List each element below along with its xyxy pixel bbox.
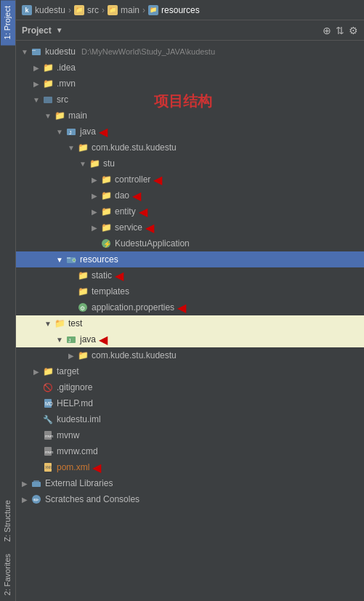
arrow-dao[interactable] [89, 192, 100, 200]
icon-entity: 📁 [100, 206, 112, 217]
tree-item-resources[interactable]: resources [16, 251, 364, 267]
label-dao: dao [115, 190, 129, 201]
breadcrumb-app[interactable]: kudestu [35, 5, 65, 15]
red-arrow-static: ◀ [115, 269, 124, 283]
arrow-src[interactable] [31, 96, 42, 104]
tree-item-kudestu-app[interactable]: ▶ ⚡ KudestuApplication [16, 235, 364, 251]
arrow-test[interactable] [42, 320, 54, 328]
breadcrumb-resources[interactable]: resources [161, 5, 200, 15]
app-icon: k [22, 5, 32, 15]
red-arrow-java-main: ◀ [99, 125, 108, 139]
label-help-md: HELP.md [57, 398, 93, 408]
svg-rect-23 [33, 480, 39, 483]
arrow-idea[interactable] [31, 64, 42, 72]
arrow-java-main[interactable] [54, 128, 65, 136]
arrow-java-test[interactable] [54, 336, 65, 344]
tree-item-com-pkg[interactable]: 📁 com.kude.stu.kudestu [16, 140, 364, 156]
label-kudestu-app: KudestuApplication [115, 238, 190, 249]
tree-item-ext-libs[interactable]: External Libraries [16, 475, 364, 491]
tree-item-target[interactable]: 📁 target [16, 363, 364, 379]
tree-item-com-pkg-test[interactable]: 📁 com.kude.stu.kudestu [16, 347, 364, 363]
tree-item-test[interactable]: 📁 test [16, 315, 364, 331]
tree-item-help-md[interactable]: ▶ MD HELP.md [16, 395, 364, 411]
tree-item-kudestu-iml[interactable]: ▶ 🔧 kudestu.iml [16, 411, 364, 427]
sidebar-item-project[interactable]: 1: Project [1, 0, 15, 45]
arrow-scratches[interactable] [19, 496, 31, 504]
breadcrumb-src[interactable]: src [87, 5, 99, 15]
label-mvnw-cmd: mvnw.cmd [57, 446, 98, 456]
arrow-controller[interactable] [89, 176, 100, 184]
panel-action-globe[interactable]: ⊕ [323, 25, 331, 36]
svg-text:mvn: mvn [45, 434, 53, 438]
panel-dropdown-arrow[interactable]: ▼ [56, 26, 63, 34]
breadcrumb-resources-icon: 📁 [148, 5, 158, 15]
tree-item-scratches[interactable]: ✏ Scratches and Consoles [16, 491, 364, 507]
svg-text:XML: XML [45, 465, 53, 469]
tree-item-mvn[interactable]: 📁 .mvn [16, 76, 364, 92]
panel-header: Project ▼ ⊕ ⇅ ⚙ [16, 20, 364, 41]
tree-item-idea[interactable]: 📁 .idea [16, 60, 364, 76]
label-gitignore: .gitignore [57, 382, 92, 392]
tree-item-mvnw[interactable]: ▶ mvn mvnw [16, 427, 364, 443]
label-java-test: java [80, 334, 96, 344]
red-arrow-controller: ◀ [153, 173, 162, 187]
tree-item-gitignore[interactable]: ▶ 🚫 .gitignore [16, 379, 364, 395]
tree-item-app-props[interactable]: ▶ ⚙ application.properties ◀ [16, 299, 364, 315]
breadcrumb-src-icon: 📁 [74, 5, 84, 15]
tree-item-entity[interactable]: 📁 entity ◀ [16, 203, 364, 219]
tree-item-templates[interactable]: ▶ 📁 templates [16, 283, 364, 299]
tree-item-main[interactable]: 📁 main [16, 108, 364, 124]
icon-pom-xml: XML [42, 461, 54, 473]
label-service: service [115, 222, 142, 233]
sidebar-item-structure[interactable]: Z: Structure [1, 494, 15, 547]
icon-controller: 📁 [100, 174, 112, 185]
tree-item-dao[interactable]: 📁 dao ◀ [16, 187, 364, 203]
label-pom-xml: pom.xml [57, 462, 89, 472]
tree-item-java-main[interactable]: J java ◀ [16, 124, 364, 140]
tree-item-src[interactable]: src [16, 92, 364, 108]
icon-stu: 📁 [89, 158, 100, 169]
panel-action-settings[interactable]: ⚙ [349, 25, 358, 36]
arrow-kudestu[interactable] [19, 48, 31, 56]
red-arrow-entity: ◀ [139, 205, 147, 219]
tree-item-service[interactable]: 📁 service ◀ [16, 219, 364, 235]
arrow-service[interactable] [89, 224, 100, 232]
breadcrumb-main[interactable]: main [121, 5, 139, 15]
arrow-mvn[interactable] [31, 80, 42, 88]
arrow-resources[interactable] [54, 256, 65, 264]
tree-item-java-test[interactable]: J java ◀ [16, 331, 364, 347]
red-arrow-app-props: ◀ [177, 301, 186, 315]
breadcrumb-sep-3: › [142, 5, 145, 15]
tree-item-stu[interactable]: 📁 stu [16, 156, 364, 172]
tree-item-kudestu-root[interactable]: kudestu D:\MyNewWorld\Study_JAVA\kudestu [16, 44, 364, 60]
icon-resources [65, 254, 77, 265]
svg-rect-1 [32, 50, 36, 51]
icon-scratches: ✏ [31, 493, 42, 505]
label-kudestu-iml: kudestu.iml [57, 414, 101, 424]
panel-action-sort[interactable]: ⇅ [336, 25, 344, 36]
arrow-entity[interactable] [89, 208, 100, 216]
icon-kudestu-iml: 🔧 [42, 414, 54, 425]
svg-text:✏: ✏ [33, 496, 39, 504]
svg-point-9 [73, 259, 76, 262]
arrow-stu[interactable] [77, 160, 89, 168]
kudestu-path: D:\MyNewWorld\Study_JAVA\kudestu [81, 47, 215, 56]
arrow-target[interactable] [31, 368, 42, 376]
svg-rect-2 [44, 97, 52, 103]
tree-item-mvnw-cmd[interactable]: ▶ mvn mvnw.cmd [16, 443, 364, 459]
tree-item-static[interactable]: ▶ 📁 static ◀ [16, 267, 364, 283]
arrow-main[interactable] [42, 112, 54, 120]
label-ext-libs: External Libraries [45, 478, 113, 488]
svg-rect-8 [67, 257, 70, 259]
arrow-ext-libs[interactable] [19, 480, 31, 488]
icon-mvnw: mvn [42, 429, 54, 441]
tree-item-controller[interactable]: 📁 controller ◀ [16, 172, 364, 187]
arrow-com-pkg[interactable] [65, 144, 77, 152]
project-tree[interactable]: 项目结构 kudestu D:\MyNewWorld\Study_JAVA\ku… [16, 41, 364, 601]
svg-text:J: J [68, 338, 71, 343]
icon-com-pkg-test: 📁 [77, 350, 89, 361]
svg-rect-0 [32, 49, 41, 55]
tree-item-pom-xml[interactable]: ▶ XML pom.xml ◀ [16, 459, 364, 475]
sidebar-item-favorites[interactable]: 2: Favorites [1, 548, 15, 601]
arrow-com-pkg-test[interactable] [65, 352, 77, 360]
